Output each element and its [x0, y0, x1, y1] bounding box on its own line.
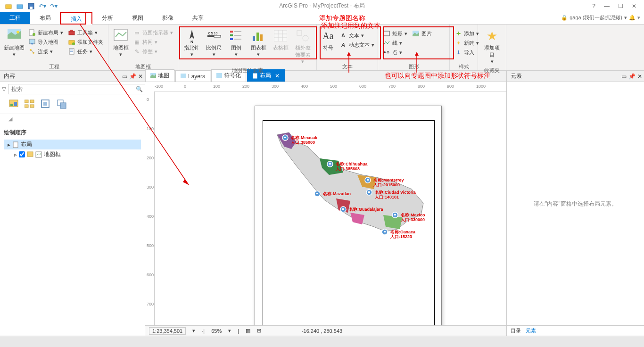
svg-rect-64: [253, 74, 257, 78]
doc-tab-map[interactable]: 地图: [145, 69, 174, 82]
style-new-button[interactable]: ✦新建▾: [453, 39, 481, 47]
legend-button[interactable]: 图例▾: [225, 26, 247, 66]
list-by-source-icon[interactable]: [41, 99, 51, 111]
svg-text:0 5 10: 0 5 10: [208, 32, 218, 35]
line-button[interactable]: 线▾: [381, 39, 409, 47]
map-frame-button[interactable]: 地图框▾: [111, 26, 130, 63]
new-map-button[interactable]: 新建地图▾: [3, 26, 25, 63]
list-by-drawing-icon[interactable]: [8, 99, 19, 111]
zoom-display[interactable]: 65%: [211, 328, 222, 334]
add-folder-button[interactable]: 添加文件夹: [66, 38, 105, 46]
svg-rect-23: [214, 35, 221, 37]
autohide-icon[interactable]: ▭: [621, 73, 627, 80]
svg-rect-57: [60, 103, 66, 108]
layout-page: 名称:Mexicali人口:385000名称:Chihuahua人口:38560…: [255, 106, 442, 325]
svg-rect-30: [253, 36, 255, 41]
city-label: 名称:Monterrey人口:2015000: [373, 178, 404, 188]
snap-icon[interactable]: ⊞: [257, 328, 261, 334]
redo-icon[interactable]: ↷▾: [49, 1, 58, 11]
contents-toolbar: [0, 96, 145, 114]
filter-icon[interactable]: ▽: [2, 86, 6, 92]
tab-share[interactable]: 共享: [183, 12, 213, 24]
close-button[interactable]: ✕: [632, 3, 636, 9]
open2-icon[interactable]: [15, 1, 25, 11]
dynamic-text-button[interactable]: A动态文本▾: [338, 41, 376, 49]
catalog-tab[interactable]: 目录: [511, 327, 521, 334]
svg-text:N: N: [190, 40, 193, 43]
open-icon[interactable]: [4, 1, 13, 11]
tree-mapframe[interactable]: ▹ 地图框: [4, 149, 141, 159]
svg-rect-68: [329, 163, 331, 165]
grid-button: ▦格网▾: [131, 38, 175, 46]
elements-tab[interactable]: 元素: [526, 327, 536, 334]
toolbox-button[interactable]: 工具箱▾: [66, 28, 105, 37]
tab-file[interactable]: 工程: [0, 12, 30, 24]
list-by-type-icon[interactable]: [25, 99, 35, 111]
svg-rect-70: [367, 179, 369, 181]
symbol-button[interactable]: Aa符号: [320, 26, 337, 63]
close-panel-icon[interactable]: ✕: [637, 73, 642, 80]
svg-rect-66: [284, 137, 286, 138]
import-map-button[interactable]: 导入地图: [26, 38, 65, 46]
tab-analyze[interactable]: 分析: [92, 12, 123, 24]
tab-layout[interactable]: 布局: [30, 12, 60, 24]
north-arrow-button[interactable]: N指北针▾: [181, 26, 202, 66]
svg-rect-53: [30, 105, 34, 107]
canvas-area: 地图 Layers 符号化 布局✕ -100010020030040050060…: [145, 71, 506, 336]
layout-viewport[interactable]: 名称:Mexicali人口:385000名称:Chihuahua人口:38560…: [155, 91, 506, 325]
connect-button[interactable]: 连接▾: [26, 47, 65, 56]
task-button[interactable]: 任务▾: [66, 47, 105, 56]
text-button[interactable]: A文本▾: [338, 31, 376, 40]
scale-bar-button[interactable]: 0 5 10比例尺▾: [203, 26, 224, 66]
extra-surround-button: 额外整饰要素▾: [292, 26, 314, 66]
style-add-button[interactable]: ✚添加▾: [453, 29, 481, 38]
svg-point-39: [303, 35, 308, 41]
tab-image[interactable]: 影像: [153, 12, 183, 24]
pin-icon[interactable]: 📌: [129, 73, 136, 80]
user-info[interactable]: 🔒 gaga (我们一起抓泥鳅) ▾ 🔔 ▾: [561, 14, 640, 21]
app-title: ArcGIS Pro - MyProjectTest - 布局: [0, 2, 644, 10]
tab-insert[interactable]: 插入: [60, 12, 92, 25]
contents-title: 内容: [4, 72, 15, 80]
table-frame-button: 表格框: [270, 26, 291, 66]
svg-rect-80: [384, 231, 386, 232]
tree-layout[interactable]: ▸ 布局: [4, 140, 141, 149]
scale-display[interactable]: 1:23,354,501: [149, 327, 186, 335]
city-label: 名称:Mexicali人口:385000: [291, 136, 317, 145]
help-button[interactable]: ?: [592, 3, 595, 9]
fixup-button: ✎修整▾: [131, 47, 175, 56]
undo-icon[interactable]: ↶▾: [38, 1, 47, 11]
city-label: 名称:Guadalajara: [349, 207, 383, 212]
svg-rect-74: [316, 193, 318, 194]
svg-rect-78: [394, 214, 396, 215]
style-import-button[interactable]: ⬇导入: [453, 48, 481, 57]
point-button[interactable]: 点▾: [381, 48, 409, 57]
rectangle-button[interactable]: 矩形▾: [381, 29, 409, 38]
svg-rect-25: [230, 34, 233, 36]
close-panel-icon[interactable]: ✕: [138, 73, 143, 80]
svg-rect-12: [69, 31, 74, 35]
autohide-icon[interactable]: ▭: [122, 73, 127, 80]
minimize-button[interactable]: —: [604, 3, 610, 9]
picture-button[interactable]: 图片: [410, 29, 434, 38]
search-input[interactable]: [8, 84, 145, 94]
search-icon[interactable]: 🔍: [136, 86, 143, 92]
maximize-button[interactable]: ☐: [618, 3, 623, 9]
favorite-add-item-button[interactable]: ★添加项目▾: [481, 26, 503, 66]
svg-point-7: [33, 33, 35, 36]
embedded-map-frame[interactable]: 名称:Mexicali人口:385000名称:Chihuahua人口:38560…: [263, 120, 435, 325]
city-label: 名称:Mazatlan: [323, 192, 351, 197]
svg-rect-52: [25, 105, 28, 107]
mapframe-visibility-checkbox[interactable]: [19, 151, 25, 157]
pin-icon[interactable]: 📌: [628, 73, 636, 80]
tab-view[interactable]: 视图: [123, 12, 153, 24]
svg-rect-55: [43, 102, 47, 106]
list-by-link-icon[interactable]: [57, 99, 67, 111]
grid-icon[interactable]: ▦: [246, 328, 250, 334]
ribbon-content: 新建地图▾ 新建布局▾ 导入地图 连接▾ 工具箱▾ 添加文件夹 任务▾ 工程 地…: [0, 25, 644, 71]
new-layout-button[interactable]: 新建布局▾: [26, 28, 65, 37]
save-icon[interactable]: [26, 1, 36, 11]
chart-frame-button[interactable]: 图表框▾: [248, 26, 269, 66]
svg-rect-38: [297, 31, 302, 35]
svg-rect-3: [30, 7, 33, 9]
